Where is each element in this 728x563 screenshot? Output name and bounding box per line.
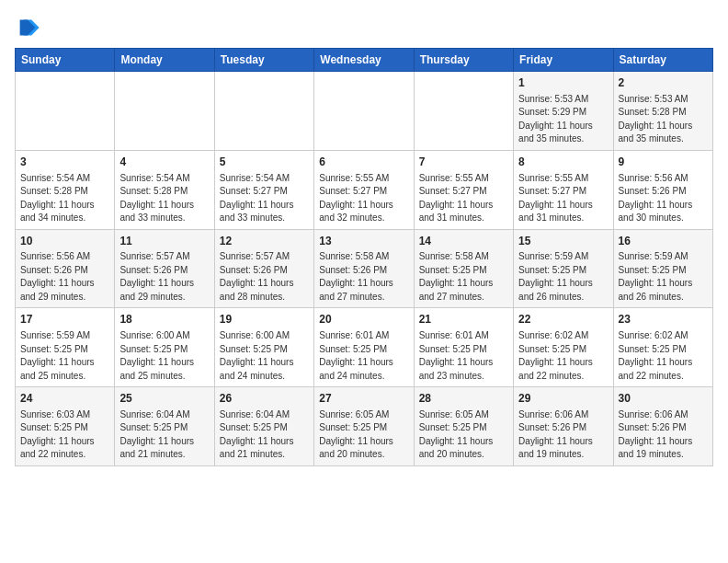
day-info: Sunrise: 6:06 AMSunset: 5:26 PMDaylight:… — [619, 408, 708, 462]
logo — [15, 15, 44, 40]
weekday-header-row: SundayMondayTuesdayWednesdayThursdayFrid… — [16, 49, 713, 72]
day-info: Sunrise: 5:54 AMSunset: 5:28 PMDaylight:… — [20, 172, 109, 225]
day-number: 15 — [518, 234, 608, 249]
day-cell: 10Sunrise: 5:56 AMSunset: 5:26 PMDayligh… — [16, 229, 115, 308]
day-info: Sunrise: 5:58 AMSunset: 5:25 PMDaylight:… — [419, 250, 508, 304]
day-cell: 24Sunrise: 6:03 AMSunset: 5:25 PMDayligh… — [16, 387, 115, 466]
day-info: Sunrise: 5:59 AMSunset: 5:25 PMDaylight:… — [619, 250, 708, 304]
day-info: Sunrise: 6:05 AMSunset: 5:25 PMDaylight:… — [319, 408, 408, 462]
day-cell: 29Sunrise: 6:06 AMSunset: 5:26 PMDayligh… — [514, 387, 613, 466]
day-cell: 14Sunrise: 5:58 AMSunset: 5:25 PMDayligh… — [414, 229, 513, 308]
day-cell: 2Sunrise: 5:53 AMSunset: 5:28 PMDaylight… — [613, 72, 712, 151]
day-cell: 30Sunrise: 6:06 AMSunset: 5:26 PMDayligh… — [613, 387, 712, 466]
day-info: Sunrise: 5:57 AMSunset: 5:26 PMDaylight:… — [119, 250, 209, 304]
day-number: 3 — [20, 155, 109, 170]
day-number: 30 — [619, 391, 708, 407]
calendar-table: SundayMondayTuesdayWednesdayThursdayFrid… — [15, 48, 713, 466]
day-info: Sunrise: 5:53 AMSunset: 5:28 PMDaylight:… — [619, 93, 708, 146]
day-info: Sunrise: 6:01 AMSunset: 5:25 PMDaylight:… — [319, 329, 408, 383]
weekday-header-saturday: Saturday — [613, 49, 712, 72]
day-number: 6 — [319, 155, 408, 170]
day-cell: 16Sunrise: 5:59 AMSunset: 5:25 PMDayligh… — [613, 229, 712, 308]
day-info: Sunrise: 5:55 AMSunset: 5:27 PMDaylight:… — [518, 172, 608, 225]
day-cell: 22Sunrise: 6:02 AMSunset: 5:25 PMDayligh… — [514, 308, 613, 387]
day-cell: 6Sunrise: 5:55 AMSunset: 5:27 PMDaylight… — [314, 150, 414, 229]
day-cell: 7Sunrise: 5:55 AMSunset: 5:27 PMDaylight… — [414, 150, 513, 229]
day-info: Sunrise: 5:56 AMSunset: 5:26 PMDaylight:… — [20, 250, 109, 304]
day-number: 26 — [220, 391, 309, 407]
day-info: Sunrise: 6:00 AMSunset: 5:25 PMDaylight:… — [119, 329, 209, 383]
day-number: 11 — [119, 234, 209, 249]
day-cell: 1Sunrise: 5:53 AMSunset: 5:29 PMDaylight… — [514, 72, 613, 151]
day-number: 5 — [220, 155, 309, 170]
week-row-4: 17Sunrise: 5:59 AMSunset: 5:25 PMDayligh… — [16, 308, 713, 387]
weekday-header-thursday: Thursday — [414, 49, 513, 72]
day-info: Sunrise: 6:02 AMSunset: 5:25 PMDaylight:… — [619, 329, 708, 383]
day-cell: 23Sunrise: 6:02 AMSunset: 5:25 PMDayligh… — [613, 308, 712, 387]
day-cell: 27Sunrise: 6:05 AMSunset: 5:25 PMDayligh… — [314, 387, 414, 466]
weekday-header-sunday: Sunday — [16, 49, 115, 72]
day-number: 13 — [319, 234, 408, 249]
day-number: 21 — [419, 312, 508, 327]
day-info: Sunrise: 6:05 AMSunset: 5:25 PMDaylight:… — [419, 408, 508, 462]
day-cell: 26Sunrise: 6:04 AMSunset: 5:25 PMDayligh… — [214, 387, 313, 466]
day-cell: 17Sunrise: 5:59 AMSunset: 5:25 PMDayligh… — [16, 308, 115, 387]
week-row-1: 1Sunrise: 5:53 AMSunset: 5:29 PMDaylight… — [16, 72, 713, 151]
day-number: 29 — [518, 391, 608, 407]
day-cell — [314, 72, 414, 151]
day-cell: 5Sunrise: 5:54 AMSunset: 5:27 PMDaylight… — [214, 150, 313, 229]
day-cell — [115, 72, 214, 151]
day-number: 23 — [619, 312, 708, 327]
day-number: 17 — [20, 312, 109, 327]
day-info: Sunrise: 6:01 AMSunset: 5:25 PMDaylight:… — [419, 329, 508, 383]
weekday-header-monday: Monday — [115, 49, 214, 72]
logo-icon — [15, 15, 40, 40]
day-cell: 19Sunrise: 6:00 AMSunset: 5:25 PMDayligh… — [214, 308, 313, 387]
day-cell — [414, 72, 513, 151]
day-info: Sunrise: 6:04 AMSunset: 5:25 PMDaylight:… — [119, 408, 209, 462]
day-number: 14 — [419, 234, 508, 249]
day-info: Sunrise: 6:04 AMSunset: 5:25 PMDaylight:… — [220, 408, 309, 462]
week-row-5: 24Sunrise: 6:03 AMSunset: 5:25 PMDayligh… — [16, 387, 713, 466]
day-number: 1 — [518, 75, 608, 91]
day-number: 18 — [119, 312, 209, 327]
day-cell: 8Sunrise: 5:55 AMSunset: 5:27 PMDaylight… — [514, 150, 613, 229]
page-header — [15, 15, 713, 40]
day-info: Sunrise: 5:58 AMSunset: 5:26 PMDaylight:… — [319, 250, 408, 304]
day-cell: 18Sunrise: 6:00 AMSunset: 5:25 PMDayligh… — [115, 308, 214, 387]
day-info: Sunrise: 5:56 AMSunset: 5:26 PMDaylight:… — [619, 172, 708, 225]
day-info: Sunrise: 6:03 AMSunset: 5:25 PMDaylight:… — [20, 408, 109, 462]
day-info: Sunrise: 5:54 AMSunset: 5:28 PMDaylight:… — [119, 172, 209, 225]
day-number: 22 — [518, 312, 608, 327]
day-cell — [214, 72, 313, 151]
day-number: 20 — [319, 312, 408, 327]
day-number: 10 — [20, 234, 109, 249]
weekday-header-wednesday: Wednesday — [314, 49, 414, 72]
day-info: Sunrise: 6:02 AMSunset: 5:25 PMDaylight:… — [518, 329, 608, 383]
day-cell: 12Sunrise: 5:57 AMSunset: 5:26 PMDayligh… — [214, 229, 313, 308]
day-info: Sunrise: 6:00 AMSunset: 5:25 PMDaylight:… — [220, 329, 309, 383]
day-number: 24 — [20, 391, 109, 407]
day-cell: 11Sunrise: 5:57 AMSunset: 5:26 PMDayligh… — [115, 229, 214, 308]
day-info: Sunrise: 5:55 AMSunset: 5:27 PMDaylight:… — [319, 172, 408, 225]
day-number: 28 — [419, 391, 508, 407]
week-row-3: 10Sunrise: 5:56 AMSunset: 5:26 PMDayligh… — [16, 229, 713, 308]
day-cell: 13Sunrise: 5:58 AMSunset: 5:26 PMDayligh… — [314, 229, 414, 308]
day-number: 12 — [220, 234, 309, 249]
day-number: 27 — [319, 391, 408, 407]
day-cell: 15Sunrise: 5:59 AMSunset: 5:25 PMDayligh… — [514, 229, 613, 308]
day-info: Sunrise: 5:57 AMSunset: 5:26 PMDaylight:… — [220, 250, 309, 304]
day-cell: 28Sunrise: 6:05 AMSunset: 5:25 PMDayligh… — [414, 387, 513, 466]
day-cell — [16, 72, 115, 151]
day-number: 9 — [619, 155, 708, 170]
day-info: Sunrise: 5:55 AMSunset: 5:27 PMDaylight:… — [419, 172, 508, 225]
day-number: 8 — [518, 155, 608, 170]
day-number: 25 — [119, 391, 209, 407]
day-cell: 21Sunrise: 6:01 AMSunset: 5:25 PMDayligh… — [414, 308, 513, 387]
day-number: 19 — [220, 312, 309, 327]
day-info: Sunrise: 5:59 AMSunset: 5:25 PMDaylight:… — [518, 250, 608, 304]
day-info: Sunrise: 5:54 AMSunset: 5:27 PMDaylight:… — [220, 172, 309, 225]
day-cell: 9Sunrise: 5:56 AMSunset: 5:26 PMDaylight… — [613, 150, 712, 229]
day-info: Sunrise: 6:06 AMSunset: 5:26 PMDaylight:… — [518, 408, 608, 462]
day-info: Sunrise: 5:53 AMSunset: 5:29 PMDaylight:… — [518, 93, 608, 146]
